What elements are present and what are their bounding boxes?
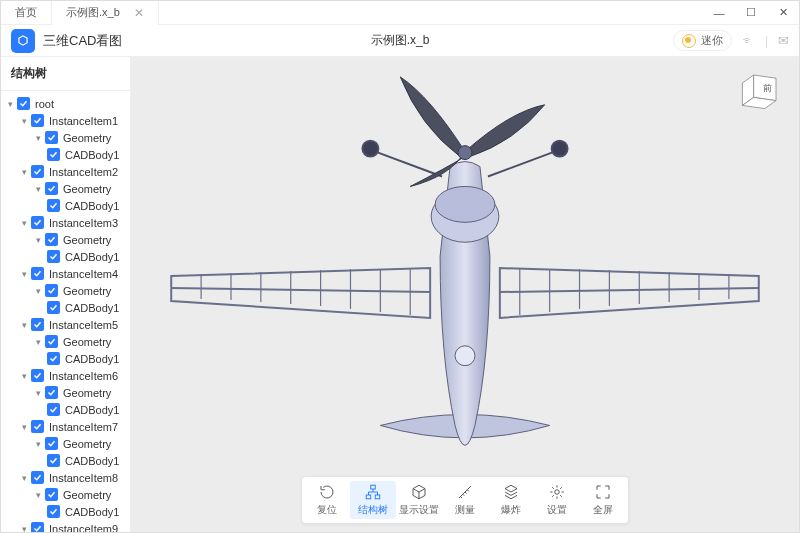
- chevron-down-icon[interactable]: ▾: [33, 337, 43, 347]
- tool-settings[interactable]: 设置: [534, 481, 580, 519]
- tree-instance[interactable]: ▾InstanceItem2: [1, 163, 130, 180]
- chevron-down-icon[interactable]: ▾: [19, 320, 29, 330]
- chevron-down-icon[interactable]: ▾: [5, 99, 15, 109]
- tree-instance-label: InstanceItem7: [49, 421, 118, 433]
- checkbox-icon[interactable]: [31, 114, 44, 127]
- checkbox-icon[interactable]: [45, 386, 58, 399]
- chevron-down-icon[interactable]: ▾: [19, 116, 29, 126]
- close-window-button[interactable]: ✕: [767, 1, 799, 25]
- viewport[interactable]: 前 复位 结构树 显示设置 测量 爆炸: [131, 57, 799, 532]
- checkbox-icon[interactable]: [47, 454, 60, 467]
- tree-root[interactable]: ▾root: [1, 95, 130, 112]
- chevron-down-icon[interactable]: ▾: [19, 524, 29, 533]
- tree-geometry[interactable]: ▾Geometry: [1, 384, 130, 401]
- tree-geometry-label: Geometry: [63, 438, 111, 450]
- tree-geometry[interactable]: ▾Geometry: [1, 129, 130, 146]
- chevron-down-icon[interactable]: ▾: [33, 439, 43, 449]
- checkbox-icon[interactable]: [47, 505, 60, 518]
- wifi-icon[interactable]: ᯤ: [742, 33, 755, 48]
- tool-fullscreen[interactable]: 全屏: [580, 481, 626, 519]
- checkbox-icon[interactable]: [47, 148, 60, 161]
- checkbox-icon[interactable]: [45, 437, 58, 450]
- tree-body[interactable]: CADBody1: [1, 503, 130, 520]
- checkbox-icon[interactable]: [47, 199, 60, 212]
- checkbox-icon[interactable]: [31, 267, 44, 280]
- reset-icon: [318, 483, 336, 501]
- tree-geometry[interactable]: ▾Geometry: [1, 180, 130, 197]
- chevron-down-icon[interactable]: ▾: [33, 490, 43, 500]
- tool-measure[interactable]: 测量: [442, 481, 488, 519]
- tool-tree[interactable]: 结构树: [350, 481, 396, 519]
- tree-instance[interactable]: ▾InstanceItem6: [1, 367, 130, 384]
- checkbox-icon[interactable]: [31, 165, 44, 178]
- tab-home-label: 首页: [15, 5, 37, 20]
- chevron-down-icon[interactable]: ▾: [19, 371, 29, 381]
- checkbox-icon[interactable]: [31, 471, 44, 484]
- tree-instance[interactable]: ▾InstanceItem4: [1, 265, 130, 282]
- checkbox-icon[interactable]: [45, 131, 58, 144]
- checkbox-icon[interactable]: [47, 301, 60, 314]
- tree-geometry[interactable]: ▾Geometry: [1, 333, 130, 350]
- tree-instance-label: InstanceItem4: [49, 268, 118, 280]
- tab-file[interactable]: 示例图.x_b ✕: [52, 1, 159, 25]
- checkbox-icon[interactable]: [47, 403, 60, 416]
- tree-body-label: CADBody1: [65, 404, 119, 416]
- tree-instance[interactable]: ▾InstanceItem5: [1, 316, 130, 333]
- title-bar: 三维CAD看图 示例图.x_b 迷你 ᯤ | ✉: [1, 25, 799, 57]
- checkbox-icon[interactable]: [45, 284, 58, 297]
- checkbox-icon[interactable]: [17, 97, 30, 110]
- tab-file-label: 示例图.x_b: [66, 5, 120, 20]
- tree-body[interactable]: CADBody1: [1, 299, 130, 316]
- chevron-down-icon[interactable]: ▾: [19, 167, 29, 177]
- mode-pill[interactable]: 迷你: [673, 30, 732, 51]
- checkbox-icon[interactable]: [31, 420, 44, 433]
- chevron-down-icon[interactable]: ▾: [19, 473, 29, 483]
- tool-explode[interactable]: 爆炸: [488, 481, 534, 519]
- chevron-down-icon[interactable]: ▾: [33, 388, 43, 398]
- tree-instance[interactable]: ▾InstanceItem3: [1, 214, 130, 231]
- mail-icon[interactable]: ✉: [778, 33, 789, 48]
- tree-body[interactable]: CADBody1: [1, 452, 130, 469]
- tool-explode-label: 爆炸: [501, 503, 521, 517]
- tab-home[interactable]: 首页: [1, 1, 52, 25]
- tree-geometry[interactable]: ▾Geometry: [1, 486, 130, 503]
- tree-instance[interactable]: ▾InstanceItem8: [1, 469, 130, 486]
- tree-instance[interactable]: ▾InstanceItem1: [1, 112, 130, 129]
- checkbox-icon[interactable]: [31, 369, 44, 382]
- chevron-down-icon[interactable]: ▾: [19, 422, 29, 432]
- minimize-button[interactable]: —: [703, 1, 735, 25]
- tool-display[interactable]: 显示设置: [396, 481, 442, 519]
- chevron-down-icon[interactable]: ▾: [19, 218, 29, 228]
- nav-cube[interactable]: 前: [736, 67, 784, 115]
- tree-geometry[interactable]: ▾Geometry: [1, 435, 130, 452]
- tree-body[interactable]: CADBody1: [1, 146, 130, 163]
- tree-body[interactable]: CADBody1: [1, 197, 130, 214]
- checkbox-icon[interactable]: [45, 488, 58, 501]
- tree-geometry[interactable]: ▾Geometry: [1, 282, 130, 299]
- checkbox-icon[interactable]: [45, 335, 58, 348]
- checkbox-icon[interactable]: [47, 352, 60, 365]
- close-icon[interactable]: ✕: [134, 6, 144, 20]
- maximize-button[interactable]: ☐: [735, 1, 767, 25]
- chevron-down-icon[interactable]: ▾: [33, 184, 43, 194]
- cube-icon: [410, 483, 428, 501]
- chevron-down-icon[interactable]: ▾: [33, 133, 43, 143]
- chevron-down-icon[interactable]: ▾: [19, 269, 29, 279]
- tree-body[interactable]: CADBody1: [1, 350, 130, 367]
- tree-instance[interactable]: ▾InstanceItem9: [1, 520, 130, 532]
- checkbox-icon[interactable]: [45, 182, 58, 195]
- chevron-down-icon[interactable]: ▾: [33, 235, 43, 245]
- checkbox-icon[interactable]: [31, 522, 44, 532]
- checkbox-icon[interactable]: [31, 318, 44, 331]
- tree-body[interactable]: CADBody1: [1, 401, 130, 418]
- checkbox-icon[interactable]: [47, 250, 60, 263]
- tree-body[interactable]: CADBody1: [1, 248, 130, 265]
- tree-geometry[interactable]: ▾Geometry: [1, 231, 130, 248]
- checkbox-icon[interactable]: [31, 216, 44, 229]
- checkbox-icon[interactable]: [45, 233, 58, 246]
- tree-instance[interactable]: ▾InstanceItem7: [1, 418, 130, 435]
- svg-rect-29: [371, 485, 376, 489]
- tool-display-label: 显示设置: [399, 503, 439, 517]
- chevron-down-icon[interactable]: ▾: [33, 286, 43, 296]
- tool-reset[interactable]: 复位: [304, 481, 350, 519]
